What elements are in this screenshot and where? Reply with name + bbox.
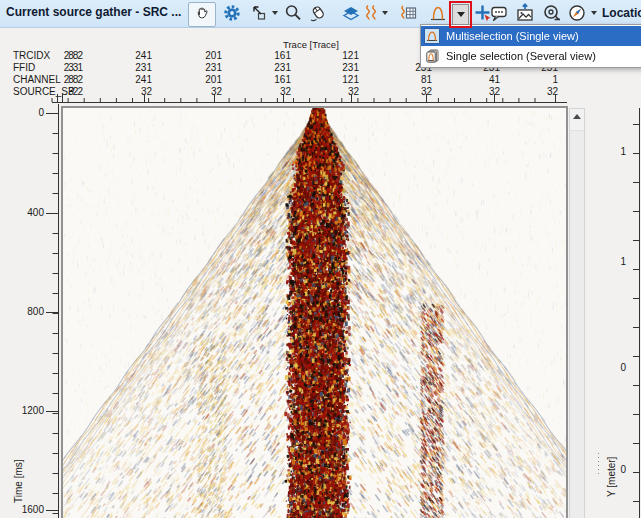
- header-value: 161: [245, 74, 291, 85]
- trace-table-icon[interactable]: [398, 3, 418, 23]
- header-value: 201: [176, 50, 222, 61]
- header-row-label: FFID: [13, 62, 35, 73]
- header-value: 32: [313, 86, 359, 97]
- header-value: 32: [176, 86, 222, 97]
- header-value: 231: [245, 62, 291, 73]
- header-value: 231: [106, 62, 152, 73]
- dropdown-arrow-icon: [457, 12, 465, 17]
- scrollbar-thumb[interactable]: [570, 131, 584, 518]
- time-tick-label: 0: [12, 107, 44, 118]
- single-curve-icon: [424, 28, 440, 44]
- selection-mode-dropdown[interactable]: [452, 4, 469, 25]
- fit-view-dropdown[interactable]: [272, 11, 278, 15]
- red-highlight-box: [449, 1, 472, 28]
- location-tab-label[interactable]: Location: [602, 6, 641, 20]
- menu-item-label: Single selection (Several view): [446, 50, 596, 62]
- header-value: 231: [313, 62, 359, 73]
- app-window: Current source gather - SRC ...: [0, 0, 641, 518]
- measure-icon[interactable]: [542, 3, 562, 23]
- comment-icon[interactable]: [489, 3, 509, 23]
- wiggle-dropdown[interactable]: [382, 11, 388, 15]
- y-axis-title: Y [meter]: [606, 457, 617, 497]
- compass-dropdown[interactable]: [591, 11, 597, 15]
- vertical-scrollbar[interactable]: [569, 108, 585, 518]
- selection-mode-menu: Multiselection (Single view) Single sele…: [420, 24, 641, 68]
- menu-item-multiselection[interactable]: Multiselection (Single view): [421, 26, 641, 46]
- wiggle-display-icon[interactable]: [361, 3, 381, 23]
- header-value: 32: [512, 86, 558, 97]
- menu-item-label: Multiselection (Single view): [446, 30, 579, 42]
- header-value: 32: [454, 86, 500, 97]
- zoom-icon[interactable]: [283, 3, 303, 23]
- y-tick-label: 0: [598, 362, 626, 373]
- time-tick-label: 1200: [12, 405, 44, 416]
- plot-frame: [61, 106, 568, 518]
- header-value: 32: [106, 86, 152, 97]
- time-tick-label: 1600: [12, 504, 44, 515]
- header-value: 41: [454, 74, 500, 85]
- header-value: 322: [36, 86, 82, 97]
- header-value: 121: [313, 74, 359, 85]
- header-value: 241: [106, 74, 152, 85]
- pan-button[interactable]: [188, 2, 216, 27]
- header-value: 121: [313, 50, 359, 61]
- header-value: 2882: [36, 50, 82, 61]
- time-tick-label: 400: [12, 207, 44, 218]
- trace-axis-title: Trace [Trace]: [283, 39, 339, 50]
- header-value: 32: [386, 86, 432, 97]
- y-tick-label: 0: [598, 464, 626, 475]
- header-value: 81: [386, 74, 432, 85]
- time-tick-label: 800: [12, 306, 44, 317]
- header-value: 32: [245, 86, 291, 97]
- header-value: 1: [512, 74, 558, 85]
- header-value: 2882: [36, 74, 82, 85]
- mouse-icon[interactable]: [308, 3, 328, 23]
- header-value: 231: [176, 62, 222, 73]
- y-tick-label: 1: [598, 256, 626, 267]
- y-tick-label: 1: [598, 146, 626, 157]
- seismic-image[interactable]: [63, 108, 566, 518]
- header-value: 241: [106, 50, 152, 61]
- selection-curve-icon[interactable]: [428, 3, 448, 23]
- window-title: Current source gather - SRC ...: [6, 5, 181, 19]
- header-value: 161: [245, 50, 291, 61]
- compass-icon[interactable]: [567, 3, 587, 23]
- header-value: 2331: [36, 62, 82, 73]
- scrollbar-up-button[interactable]: [570, 114, 584, 131]
- export-image-icon[interactable]: [515, 3, 535, 23]
- up-arrow-icon: [573, 114, 581, 119]
- time-axis-title: Time [ms]: [13, 459, 24, 503]
- menu-item-single-selection[interactable]: Single selection (Several view): [421, 46, 641, 66]
- settings-gear-icon[interactable]: [222, 3, 242, 23]
- pan-hand-icon: [193, 4, 211, 26]
- header-value: 201: [176, 74, 222, 85]
- fit-view-icon[interactable]: [249, 3, 269, 23]
- layers-icon[interactable]: [341, 3, 361, 23]
- stacked-curves-icon: [424, 48, 440, 64]
